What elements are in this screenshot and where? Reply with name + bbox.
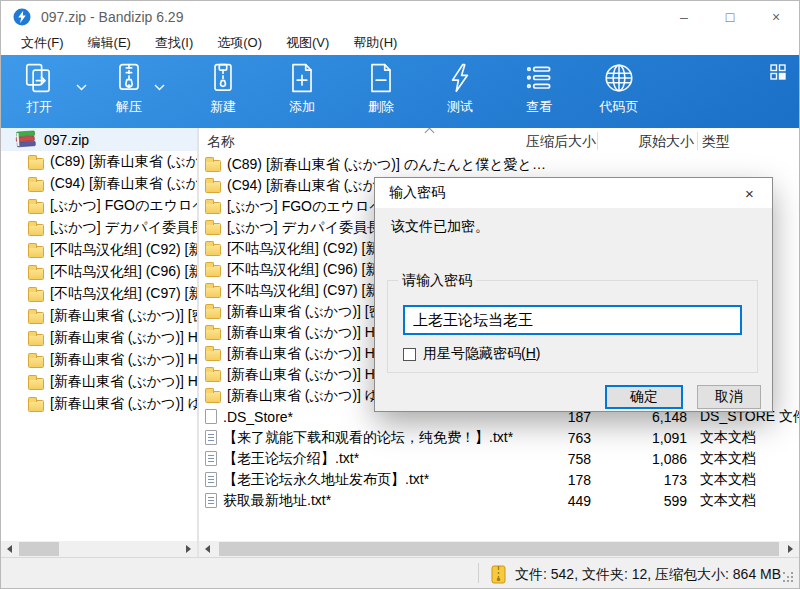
file-icon	[205, 409, 217, 424]
open-label: 打开	[26, 98, 52, 116]
close-button[interactable]: ×	[753, 1, 799, 32]
table-row[interactable]: (C89) [新春山東省 (ぶかつ)] のんたんと僕と愛と…	[199, 154, 799, 175]
tree-item[interactable]: [新春山東省 (ぶかつ)] H性奴	[1, 349, 197, 371]
test-icon	[443, 61, 477, 95]
password-input[interactable]	[403, 305, 742, 335]
original-size: 1,091	[619, 430, 687, 446]
folder-icon	[28, 290, 44, 302]
ok-button[interactable]: 确定	[605, 385, 683, 409]
archive-status-icon	[490, 565, 507, 584]
compressed-size: 758	[499, 451, 591, 467]
column-header-name[interactable]: 名称	[207, 133, 235, 151]
view-button[interactable]: 查看	[507, 61, 571, 123]
tree-root-archive[interactable]: 097.zip	[1, 128, 197, 151]
menu-view[interactable]: 视图(V)	[274, 32, 341, 55]
file-type: 文本文档	[700, 429, 756, 447]
folder-icon	[205, 223, 221, 235]
folder-icon	[205, 181, 221, 193]
folder-icon	[28, 224, 44, 236]
tree-item[interactable]: (C89) [新春山東省 (ぶかつ)]	[1, 151, 197, 173]
tree-item[interactable]: [ぶかつ] デカパイ委員長の	[1, 217, 197, 239]
new-archive-button[interactable]: 新建	[191, 61, 255, 123]
view-label: 查看	[526, 98, 552, 116]
new-archive-label: 新建	[210, 98, 236, 116]
tree-item[interactable]: [不咕鸟汉化组] (C96) [新春	[1, 261, 197, 283]
scroll-left-arrow[interactable]	[1, 541, 18, 557]
scroll-right-arrow[interactable]	[180, 541, 197, 557]
minimize-button[interactable]: –	[661, 1, 707, 32]
tree-item-label: [不咕鸟汉化组] (C92) [新春	[50, 241, 197, 259]
tree-horizontal-scrollbar[interactable]	[1, 541, 197, 557]
scroll-right-arrow[interactable]	[782, 541, 799, 557]
txt-icon	[205, 451, 217, 466]
sort-ascending-icon	[425, 128, 435, 137]
dialog-close-button[interactable]: ×	[727, 178, 772, 208]
tree-item-label: [新春山東省 (ぶかつ)] Hだい	[50, 329, 197, 347]
menu-find[interactable]: 查找(I)	[143, 32, 205, 55]
add-label: 添加	[289, 98, 315, 116]
menu-options[interactable]: 选项(O)	[205, 32, 274, 55]
hide-password-checkbox[interactable]	[403, 348, 416, 361]
folder-icon	[205, 286, 221, 298]
list-horizontal-scrollbar[interactable]	[199, 541, 799, 557]
column-header-original-size[interactable]: 原始大小	[619, 133, 694, 151]
open-dropdown-chevron[interactable]	[71, 75, 91, 99]
menu-bar: 文件(F) 编辑(E) 查找(I) 选项(O) 视图(V) 帮助(H)	[1, 32, 799, 55]
scrollbar-thumb[interactable]	[219, 542, 779, 556]
menu-file[interactable]: 文件(F)	[9, 32, 76, 55]
chevron-down-icon	[76, 84, 87, 91]
tree-item[interactable]: [新春山東省 (ぶかつ)] [密着	[1, 305, 197, 327]
menu-edit[interactable]: 编辑(E)	[76, 32, 143, 55]
add-icon	[285, 61, 319, 95]
title-bar: 097.zip - Bandizip 6.29 – □ ×	[1, 1, 799, 32]
menu-help[interactable]: 帮助(H)	[341, 32, 409, 55]
maximize-button[interactable]: □	[707, 1, 753, 32]
extract-dropdown-chevron[interactable]	[149, 75, 169, 99]
window-title: 097.zip - Bandizip 6.29	[41, 9, 183, 25]
add-button[interactable]: 添加	[270, 61, 334, 123]
tree-item[interactable]: [新春山東省 (ぶかつ)] ゆるふ	[1, 393, 197, 415]
tree-item[interactable]: [ぶかつ] FGOのエウロペお	[1, 195, 197, 217]
folder-icon	[28, 378, 44, 390]
dialog-title-bar: 输入密码 ×	[375, 178, 772, 208]
file-type: 文本文档	[700, 450, 756, 468]
table-row[interactable]: 【来了就能下载和观看的论坛，纯免费！】.txt* 763 1,091 文本文档	[199, 427, 799, 448]
column-header-type[interactable]: 类型	[702, 133, 730, 151]
tree-item[interactable]: [不咕鸟汉化组] (C97) [新春	[1, 283, 197, 305]
column-header-compressed-size[interactable]: 压缩后大小	[489, 133, 596, 151]
tree-item-label: [新春山東省 (ぶかつ)] [密着	[50, 307, 197, 325]
tree-item[interactable]: (C94) [新春山東省 (ぶかつ)]	[1, 173, 197, 195]
column-separator[interactable]	[597, 132, 598, 150]
column-separator[interactable]	[697, 132, 698, 150]
delete-button[interactable]: 删除	[349, 61, 413, 123]
cancel-button[interactable]: 取消	[697, 385, 761, 409]
original-size: 173	[619, 472, 687, 488]
scroll-left-arrow[interactable]	[199, 541, 216, 557]
folder-icon	[28, 268, 44, 280]
tree-item[interactable]: [不咕鸟汉化组] (C92) [新春	[1, 239, 197, 261]
folder-icon	[28, 202, 44, 214]
folder-tree-pane: 097.zip (C89) [新春山東省 (ぶかつ)] (C94) [新春山東省…	[1, 128, 197, 541]
tree-item[interactable]: [新春山東省 (ぶかつ)] H性奴	[1, 371, 197, 393]
table-row[interactable]: 【老王论坛介绍】.txt* 758 1,086 文本文档	[199, 448, 799, 469]
test-button[interactable]: 测试	[428, 61, 492, 123]
open-button[interactable]: 打开	[7, 61, 71, 123]
file-name: 【来了就能下载和观看的论坛，纯免费！】.txt*	[223, 429, 513, 447]
layout-grid-icon[interactable]	[769, 63, 787, 81]
table-row[interactable]: 【老王论坛永久地址发布页】.txt* 178 173 文本文档	[199, 469, 799, 490]
hide-password-checkbox-row[interactable]: 用星号隐藏密码(H)	[403, 345, 540, 363]
codepage-button[interactable]: 代码页	[587, 61, 651, 123]
resize-grip[interactable]	[783, 572, 795, 584]
file-name: (C89) [新春山東省 (ぶかつ)] のんたんと僕と愛と…	[227, 156, 546, 174]
scrollbar-thumb[interactable]	[19, 542, 59, 556]
extract-label: 解压	[116, 98, 142, 116]
tree-item-label: [新春山東省 (ぶかつ)] H性奴	[50, 373, 197, 391]
bandizip-logo-icon	[13, 8, 31, 26]
chevron-down-icon	[154, 84, 165, 91]
folder-icon	[205, 370, 221, 382]
tree-item[interactable]: [新春山東省 (ぶかつ)] Hだい	[1, 327, 197, 349]
tree-item-label: [不咕鸟汉化组] (C96) [新春	[50, 263, 197, 281]
table-row[interactable]: 获取最新地址.txt* 449 599 文本文档	[199, 490, 799, 511]
folder-icon	[28, 246, 44, 258]
txt-icon	[205, 493, 217, 508]
